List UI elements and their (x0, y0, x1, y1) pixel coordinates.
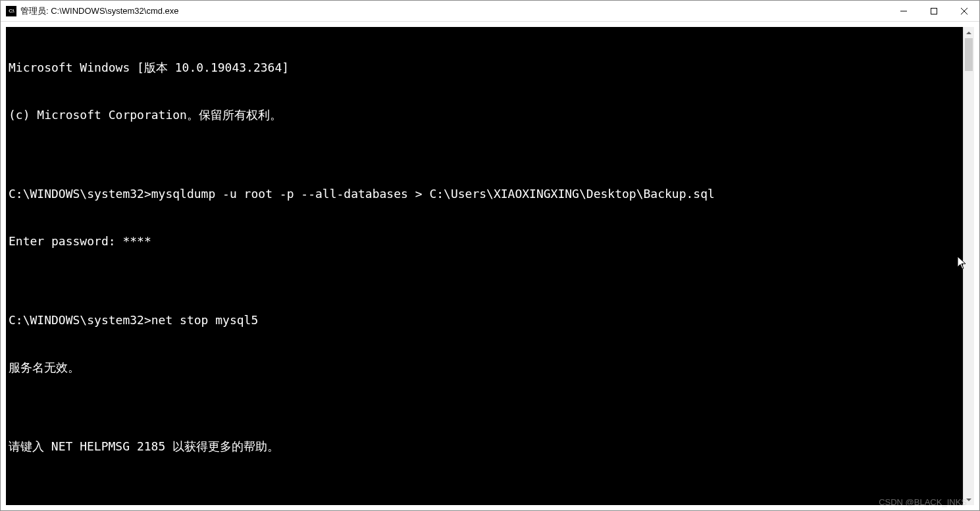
terminal-line: Enter password: **** (9, 233, 960, 249)
titlebar[interactable]: C:\ 管理员: C:\WINDOWS\system32\cmd.exe (1, 1, 979, 22)
close-button[interactable] (949, 1, 979, 21)
scrollbar-down-button[interactable] (964, 494, 974, 505)
svg-marker-4 (966, 32, 971, 34)
maximize-button[interactable] (919, 1, 949, 21)
vertical-scrollbar[interactable] (963, 27, 974, 505)
minimize-button[interactable] (889, 1, 919, 21)
window-controls (889, 1, 979, 21)
cmd-icon: C:\ (6, 6, 16, 16)
cmd-window: C:\ 管理员: C:\WINDOWS\system32\cmd.exe Mic… (0, 0, 980, 511)
svg-marker-5 (966, 499, 971, 501)
scrollbar-track[interactable] (964, 38, 974, 494)
svg-rect-1 (931, 8, 937, 14)
terminal-line: 请键入 NET HELPMSG 2185 以获得更多的帮助。 (9, 439, 960, 454)
terminal-output[interactable]: Microsoft Windows [版本 10.0.19043.2364] (… (6, 27, 963, 505)
window-title: 管理员: C:\WINDOWS\system32\cmd.exe (20, 5, 889, 17)
terminal-line: Microsoft Windows [版本 10.0.19043.2364] (9, 60, 960, 76)
scrollbar-thumb[interactable] (965, 38, 973, 71)
content-area: Microsoft Windows [版本 10.0.19043.2364] (… (1, 22, 979, 510)
terminal-line: 服务名无效。 (9, 360, 960, 376)
scrollbar-up-button[interactable] (964, 27, 974, 38)
terminal-line: C:\WINDOWS\system32>net stop mysql5 (9, 312, 960, 328)
terminal-line: (c) Microsoft Corporation。保留所有权利。 (9, 107, 960, 123)
terminal-line: C:\WINDOWS\system32>mysqldump -u root -p… (9, 186, 960, 202)
